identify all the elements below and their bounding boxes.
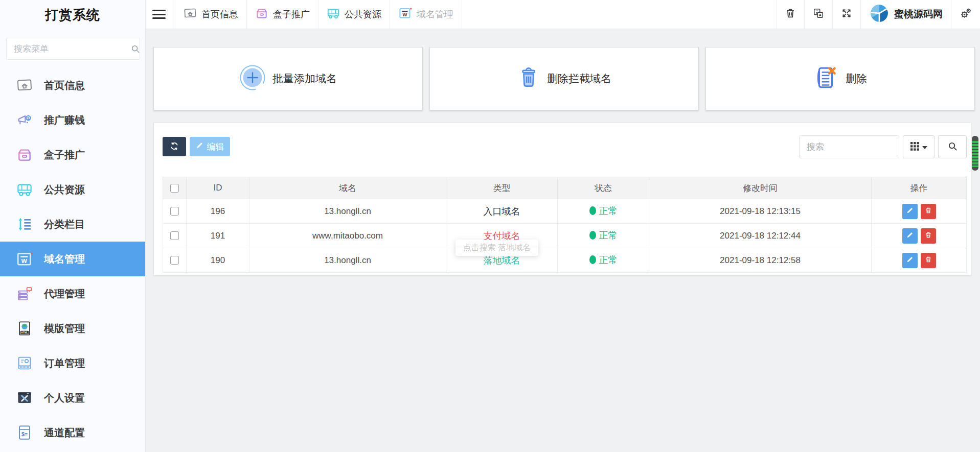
col-header-domain: 域名 <box>249 177 446 199</box>
domain-w-icon: w <box>15 250 34 268</box>
sidebar-item-label: 通道配置 <box>44 426 85 440</box>
sidebar-item-promo-earn[interactable]: $ 推广赚钱 <box>0 103 145 137</box>
cell-type[interactable]: 入口域名 <box>484 206 520 217</box>
table-row: 191 www.mitaobo.com 支付域名 正常 2021-09-18 1… <box>163 224 967 248</box>
cell-modified-time: 2021-09-18 12:13:15 <box>649 199 872 224</box>
fullscreen-button[interactable] <box>832 0 860 29</box>
translate-button[interactable]: A <box>804 0 832 29</box>
sidebar-item-label: 代理管理 <box>44 287 85 301</box>
trash-button[interactable] <box>776 0 804 29</box>
row-delete-button[interactable] <box>921 228 936 244</box>
trash-icon <box>785 8 796 21</box>
batch-add-domain-card[interactable]: 批量添加域名 <box>153 47 423 110</box>
status-dot-icon <box>589 206 596 215</box>
col-header-status: 状态 <box>558 177 649 199</box>
sidebar-item-order-management[interactable]: 订单管理 <box>0 346 145 380</box>
edit-button-label: 编辑 <box>207 141 224 153</box>
col-header-actions: 操作 <box>872 177 967 199</box>
bus-icon <box>327 7 340 22</box>
domain-w-icon: w <box>398 6 412 22</box>
status-dot-icon <box>589 255 596 264</box>
row-checkbox[interactable] <box>170 256 179 265</box>
table-toolbar: 编辑 <box>163 135 967 159</box>
home-browser-icon <box>184 7 197 22</box>
sidebar-item-label: 分类栏目 <box>44 218 85 231</box>
topbar: 首页信息 盒子推广 公共资源 w 域名管理 <box>146 0 980 29</box>
sidebar-search-input[interactable] <box>7 44 131 54</box>
row-checkbox[interactable] <box>170 207 179 216</box>
app-title: 打赏系统 <box>0 0 145 30</box>
brand-logo-icon <box>869 3 890 26</box>
sidebar-item-domain-management[interactable]: w 域名管理 <box>0 242 145 276</box>
pencil-icon <box>906 231 914 240</box>
home-browser-icon <box>15 76 34 94</box>
trash-blue-icon <box>517 66 540 91</box>
pencil-icon <box>906 256 914 265</box>
columns-dropdown-button[interactable] <box>903 135 935 158</box>
sidebar-item-label: 首页信息 <box>44 79 85 92</box>
server-icon <box>15 284 34 303</box>
cell-domain: 13.hongll.cn <box>249 248 446 273</box>
sidebar-item-label: 盒子推广 <box>44 148 85 162</box>
sort-list-icon <box>15 215 34 233</box>
table-search-input[interactable] <box>799 135 899 158</box>
status-dot-icon <box>589 231 596 240</box>
chevron-down-icon <box>922 143 927 151</box>
scrollbar-thumb[interactable] <box>972 136 978 171</box>
sidebar-item-categories[interactable]: 分类栏目 <box>0 207 145 242</box>
tab-label: 盒子推广 <box>273 8 310 20</box>
cell-modified-time: 2021-09-18 12:12:58 <box>649 248 872 273</box>
sidebar-item-home-info[interactable]: 首页信息 <box>0 68 145 103</box>
edit-button[interactable]: 编辑 <box>190 137 230 156</box>
trash-icon <box>925 256 932 265</box>
status-badge: 正常 <box>589 205 618 217</box>
svg-text:$=: $= <box>21 431 28 437</box>
settings-gears-icon <box>960 7 972 21</box>
tab-public-resources[interactable]: 公共资源 <box>318 0 390 29</box>
refresh-button[interactable] <box>163 137 186 156</box>
cell-domain: www.mitaobo.com <box>249 224 446 248</box>
cell-type[interactable]: 落地域名 <box>484 255 520 266</box>
sidebar-item-agent-management[interactable]: 代理管理 <box>0 276 145 311</box>
table-search-group <box>799 135 967 158</box>
svg-text:w: w <box>21 256 28 265</box>
translate-icon: A <box>813 8 824 21</box>
delete-card[interactable]: 删除 <box>705 47 975 110</box>
sidebar-item-box-promo[interactable]: 盒子推广 <box>0 137 145 172</box>
html-doc-icon: HTML <box>15 319 34 338</box>
row-edit-button[interactable] <box>902 253 918 268</box>
type-tooltip: 点击搜索 落地域名 <box>455 240 538 256</box>
settings-button[interactable] <box>951 0 980 29</box>
cell-id: 196 <box>187 199 249 224</box>
search-icon <box>948 141 958 153</box>
delete-intercepted-domain-card[interactable]: 删除拦截域名 <box>429 47 699 110</box>
sidebar-item-public-resources[interactable]: 公共资源 <box>0 172 145 207</box>
brand[interactable]: 蜜桃源码网 <box>860 0 951 29</box>
hamburger-menu-icon[interactable] <box>152 10 166 19</box>
row-edit-button[interactable] <box>902 228 918 244</box>
box-icon <box>15 146 34 164</box>
domain-table: ID 域名 类型 状态 修改时间 操作 196 13.hongll.cn 入口域… <box>163 177 967 273</box>
select-all-checkbox[interactable] <box>170 184 179 193</box>
row-edit-button[interactable] <box>902 204 918 219</box>
row-delete-button[interactable] <box>921 204 936 219</box>
topbar-actions: A 蜜桃源码网 <box>776 0 980 29</box>
row-delete-button[interactable] <box>921 253 936 268</box>
table-search-button[interactable] <box>938 135 967 158</box>
table-header-row: ID 域名 类型 状态 修改时间 操作 <box>163 177 967 199</box>
row-checkbox[interactable] <box>170 231 179 240</box>
tools-icon <box>15 389 34 407</box>
trash-icon <box>925 207 932 216</box>
tab-box-promo[interactable]: 盒子推广 <box>246 0 318 29</box>
sidebar-item-channel-config[interactable]: $= 通道配置 <box>0 415 145 450</box>
sidebar-item-template-management[interactable]: HTML 模版管理 <box>0 311 145 346</box>
col-header-id: ID <box>187 177 249 199</box>
brand-name: 蜜桃源码网 <box>894 8 943 21</box>
doc-x-icon <box>813 65 839 92</box>
tab-home-info[interactable]: 首页信息 <box>175 0 246 29</box>
fullscreen-icon <box>841 8 852 21</box>
sidebar-search-box <box>6 38 140 60</box>
cell-domain: 13.hongll.cn <box>249 199 446 224</box>
tab-domain-management[interactable]: w 域名管理 <box>390 0 462 29</box>
sidebar-item-personal-settings[interactable]: 个人设置 <box>0 380 145 415</box>
